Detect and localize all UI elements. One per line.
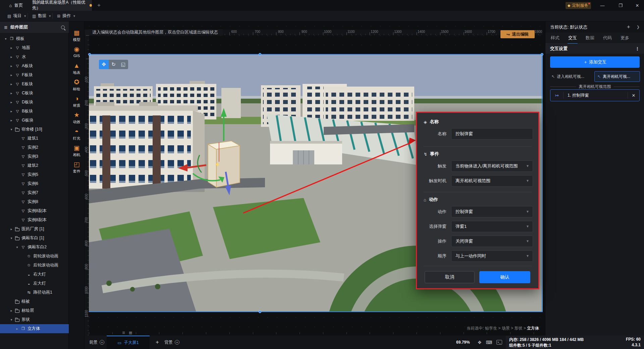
menu-1[interactable]: ▤项目▼ xyxy=(7,11,26,21)
selection-handle[interactable] xyxy=(88,53,91,56)
tree-item-A板块[interactable]: ▸▽A板块 xyxy=(0,61,69,70)
delete-interaction-icon[interactable]: ✕ xyxy=(628,93,639,98)
menu-3[interactable]: ⊞操作▼ xyxy=(57,11,76,21)
select-触发时机[interactable]: 离开相机可视范围▼ xyxy=(451,175,533,187)
tree-caret-icon[interactable]: ▸ xyxy=(10,46,13,50)
tree-item-立方体[interactable]: ▸❒立方体 xyxy=(0,324,69,333)
list-icon[interactable]: ≣ xyxy=(122,331,125,335)
tree-item-俩厢车白 [1][interactable]: ▾俩厢车白 [1] xyxy=(0,234,69,243)
tree-item-G板块[interactable]: ▸▽G板块 xyxy=(0,116,69,125)
tool-标绘[interactable]: ✪标绘 xyxy=(69,79,85,92)
tree-item-实例2[interactable]: ▽实例2 xyxy=(0,143,69,152)
tree-item-形状[interactable]: ▾形状 xyxy=(0,315,69,324)
fit-screen-icon[interactable]: ✥ xyxy=(476,339,483,345)
select-选择弹窗[interactable]: 弹窗1▼ xyxy=(451,221,533,232)
move-tool-button[interactable]: ✥ xyxy=(99,60,109,69)
tree-caret-icon[interactable]: ▸ xyxy=(10,64,13,68)
zoom-level[interactable]: 69.79% xyxy=(456,336,470,349)
tab-数据[interactable]: 数据 xyxy=(586,35,594,41)
tool-地表[interactable]: ▲地表 xyxy=(69,62,85,75)
tree-item-B板块[interactable]: ▸▽B板块 xyxy=(0,107,69,116)
tree-item-水[interactable]: ▸▽水 xyxy=(0,52,69,61)
keyboard-icon[interactable]: ⌨ xyxy=(486,339,492,345)
tree-caret-icon[interactable]: ▸ xyxy=(10,82,13,86)
tree-caret-icon[interactable]: ▸ xyxy=(10,91,13,95)
tree-item-后轮滚动动画[interactable]: ✩后轮滚动动画 xyxy=(0,261,69,270)
minimize-button[interactable]: — xyxy=(596,0,609,11)
tree-caret-icon[interactable]: ▸ xyxy=(10,73,13,77)
tool-动效[interactable]: ★动效 xyxy=(69,112,85,124)
tree-item-建筑1[interactable]: ▽建筑1 xyxy=(0,134,69,143)
tree-caret-icon[interactable]: ▾ xyxy=(10,236,13,240)
breadcrumb-segment[interactable]: 场景 xyxy=(502,326,510,331)
console-icon[interactable]: >_ xyxy=(496,339,502,345)
tree-item-F板块[interactable]: ▸▽F板块 xyxy=(0,70,69,80)
tree-caret-icon[interactable]: ▸ xyxy=(10,100,13,104)
tree-item-建筑2[interactable]: ▽建筑2 xyxy=(0,161,69,170)
tab-交互[interactable]: 交互 xyxy=(568,35,577,41)
chevron-right-icon[interactable]: ❯ xyxy=(637,25,640,29)
selection-handle[interactable] xyxy=(541,53,543,56)
add-interaction-button[interactable]: ＋ 添加交互 xyxy=(550,56,640,68)
select-顺序[interactable]: 与上一动作同时▼ xyxy=(451,250,533,262)
scale-tool-button[interactable]: ◱ xyxy=(118,60,128,69)
tree-caret-icon[interactable]: ▸ xyxy=(10,309,13,312)
tree-item-路径动画1[interactable]: ⇆路径动画1 xyxy=(0,288,69,297)
breadcrumb-segment[interactable]: 形状 xyxy=(514,326,522,331)
exit-edit-button[interactable]: ↪ 退出编辑 xyxy=(500,30,535,38)
tree-item-实例3[interactable]: ▽实例3 xyxy=(0,152,69,161)
foreground-group[interactable]: 前景 + xyxy=(89,336,104,349)
tree-caret-icon[interactable]: ▸ xyxy=(15,327,19,331)
restore-button[interactable]: ❐ xyxy=(614,0,627,11)
tool-模型[interactable]: ▦模型 xyxy=(69,30,85,42)
selection-bottom-edge[interactable] xyxy=(89,311,543,312)
breadcrumb-segment[interactable]: 鲸孪生 xyxy=(485,326,497,331)
tree-caret-icon[interactable]: ▾ xyxy=(10,128,13,131)
add-background-icon[interactable]: + xyxy=(175,340,179,345)
close-button[interactable]: ✕ xyxy=(631,0,644,11)
add-state-button[interactable]: ＋ xyxy=(626,23,631,31)
tree-item-左大灯[interactable]: ◒左大灯 xyxy=(0,279,69,288)
tree-item-标绘层[interactable]: ▸标绘层 xyxy=(0,306,69,315)
new-tab-button[interactable]: + xyxy=(95,2,103,9)
tree-item-地面[interactable]: ▸▽地面 xyxy=(0,43,69,52)
tree-item-植被[interactable]: 植被 xyxy=(0,297,69,306)
tree-item-D板块[interactable]: ▸▽D板块 xyxy=(0,98,69,107)
tool-相机[interactable]: ▣相机 xyxy=(69,145,85,157)
add-screen-button[interactable]: + xyxy=(152,336,163,349)
interaction-item[interactable]: ↣ 1. 控制弹窗 ✕ xyxy=(550,89,640,101)
tab-代码[interactable]: 代码 xyxy=(603,35,612,41)
rotate-tool-button[interactable]: ↻ xyxy=(109,60,118,69)
tab-home[interactable]: ⌂ 首页 xyxy=(0,0,32,11)
selection-top-edge[interactable] xyxy=(89,54,543,55)
tab-样式[interactable]: 样式 xyxy=(551,35,559,41)
name-input[interactable]: 控制弹窗 xyxy=(451,128,533,140)
custom-service-badge[interactable]: ◆ 定制服务 xyxy=(566,2,591,9)
add-foreground-icon[interactable]: + xyxy=(100,340,104,345)
tree-item-实例8副本[interactable]: ▽实例8副本 xyxy=(0,206,69,215)
tree-caret-icon[interactable]: ▾ xyxy=(15,245,19,249)
tree-item-E板块[interactable]: ▸▽E板块 xyxy=(0,80,69,89)
chip-leave-camera[interactable]: ↖ 离开相机可视... xyxy=(594,71,640,82)
tree-item-实例7[interactable]: ▽实例7 xyxy=(0,188,69,197)
tree-item-实例6[interactable]: ▽实例6 xyxy=(0,179,69,188)
menu-2[interactable]: ▥数据▼ xyxy=(32,11,51,21)
selection-right-edge[interactable] xyxy=(542,54,542,312)
tree-item-俩厢车白2[interactable]: ▾▽俩厢车白2 xyxy=(0,243,69,252)
cancel-button[interactable]: 取消 xyxy=(425,271,475,283)
tab-sub-screen[interactable]: ▭ 子大屏1 xyxy=(107,336,150,349)
tab-更多[interactable]: 更多 xyxy=(621,35,629,41)
chip-enter-camera[interactable]: ↖ 进入相机可视... xyxy=(549,71,587,82)
tree-caret-icon[interactable]: ▸ xyxy=(10,55,13,59)
tree-item-实例8[interactable]: ▽实例8 xyxy=(0,197,69,206)
tool-套件[interactable]: ◰套件 xyxy=(69,161,85,174)
tree-item-宿舍楼 [10][interactable]: ▾宿舍楼 [10] xyxy=(0,125,69,134)
select-触发[interactable]: 当前物体进入/离开相机可视范围▼ xyxy=(451,160,533,172)
background-group[interactable]: 背景 + xyxy=(164,336,179,349)
tree-item-医药厂房 [1][interactable]: ▸医药厂房 [1] xyxy=(0,225,69,234)
tree-caret-icon[interactable]: ▸ xyxy=(10,118,13,122)
tree-item-模板[interactable]: ▾❒模板 xyxy=(0,34,69,43)
tree-item-实例8副本[interactable]: ▽实例8副本 xyxy=(0,215,69,225)
tree-caret-icon[interactable]: ▸ xyxy=(10,109,13,113)
kebab-menu-icon[interactable]: ⋮ xyxy=(635,46,640,51)
